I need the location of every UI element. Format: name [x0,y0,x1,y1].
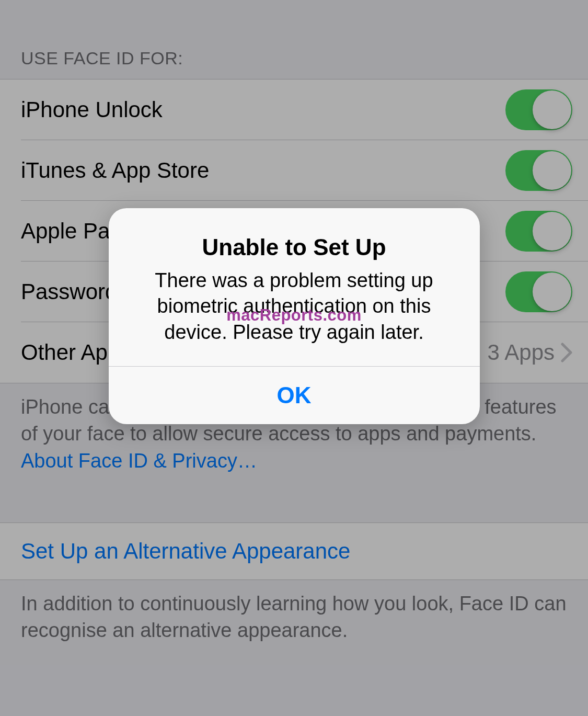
alert-ok-button[interactable]: OK [109,367,480,424]
alert-dialog: Unable to Set Up There was a problem set… [109,208,480,424]
alert-message: There was a problem setting up biometric… [130,268,459,345]
alert-title: Unable to Set Up [130,234,459,260]
alert-body: Unable to Set Up There was a problem set… [109,208,480,366]
